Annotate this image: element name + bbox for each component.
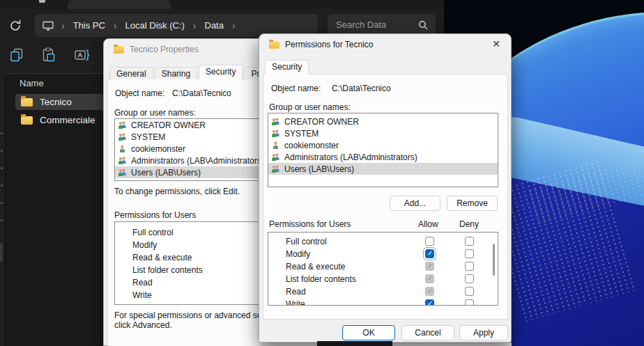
deny-checkbox-read[interactable] bbox=[465, 287, 474, 296]
permissions-label: Permissions for Users bbox=[269, 219, 351, 229]
group-icon bbox=[271, 118, 280, 125]
group-name: Users (LAB\Users) bbox=[131, 168, 201, 178]
folder-icon bbox=[21, 98, 33, 107]
tab-sharing[interactable]: Sharing bbox=[155, 67, 197, 79]
permission-name: Read & execute bbox=[132, 253, 192, 262]
list-item[interactable]: CREATOR OWNER bbox=[268, 116, 498, 127]
permission-row: Modify bbox=[268, 248, 498, 260]
folder-icon bbox=[114, 46, 124, 54]
list-item[interactable]: cookiemonster bbox=[268, 139, 498, 151]
permission-name: Full control bbox=[286, 237, 327, 246]
permission-row: Full control bbox=[268, 235, 498, 248]
deny-checkbox-write[interactable] bbox=[465, 299, 474, 306]
add-button[interactable]: Add... bbox=[390, 196, 440, 211]
tree-bullet bbox=[1, 150, 3, 152]
tree-bullet bbox=[1, 219, 3, 221]
permission-name: List folder contents bbox=[132, 265, 203, 275]
column-header-name[interactable]: Name bbox=[20, 78, 44, 88]
allow-checkbox-read-execute[interactable] bbox=[425, 262, 434, 271]
list-item[interactable]: Administrators (LAB\Administrators) bbox=[268, 151, 498, 163]
scrollbar-thumb[interactable] bbox=[0, 243, 3, 262]
breadcrumb-this-pc[interactable]: This PC bbox=[70, 20, 108, 31]
group-name: cookiemonster bbox=[284, 141, 339, 150]
close-icon[interactable]: ✕ bbox=[492, 38, 500, 49]
tree-bullet bbox=[1, 202, 3, 204]
group-name: CREATOR OWNER bbox=[284, 117, 359, 127]
list-item-selected[interactable]: Users (LAB\Users) bbox=[268, 163, 498, 175]
object-name-label: Object name: bbox=[115, 88, 164, 98]
list-item[interactable]: SYSTEM bbox=[268, 127, 498, 139]
edit-note: To change permissions, click Edit. bbox=[114, 187, 240, 196]
object-name-value: C:\Data\Tecnico bbox=[172, 88, 231, 98]
chevron-icon: › bbox=[108, 20, 123, 31]
dialog-title: Tecnico Properties bbox=[130, 45, 199, 54]
folder-icon bbox=[269, 41, 279, 49]
explorer-tab-icon bbox=[39, 0, 45, 3]
group-names-label: Group or user names: bbox=[269, 102, 351, 112]
group-names-label: Group or user names: bbox=[114, 108, 196, 118]
taskbar-fragment[interactable] bbox=[317, 341, 392, 346]
allow-checkbox-modify[interactable] bbox=[425, 249, 434, 258]
object-name-value: C:\Data\Tecnico bbox=[332, 84, 391, 93]
chevron-icon: › bbox=[227, 20, 241, 31]
permission-name: Full control bbox=[132, 228, 174, 237]
tab-security[interactable]: Security bbox=[199, 65, 243, 79]
permissions-checklist: Full control Modify Read & execute List … bbox=[268, 232, 498, 306]
explorer-tab[interactable] bbox=[68, 0, 171, 9]
permissions-label: Permissions for Users bbox=[114, 210, 196, 220]
permission-name: Read & execute bbox=[286, 262, 345, 272]
permission-name: Write bbox=[132, 290, 152, 300]
permission-name: Modify bbox=[132, 240, 157, 250]
group-icon bbox=[118, 168, 127, 176]
allow-checkbox-write[interactable] bbox=[425, 299, 434, 306]
permission-row-partial: Write bbox=[268, 298, 498, 306]
allow-checkbox-list-folder[interactable] bbox=[425, 274, 434, 283]
file-name: Tecnico bbox=[40, 97, 72, 107]
user-icon bbox=[118, 145, 127, 152]
permission-row: List folder contents bbox=[268, 273, 498, 285]
group-icon bbox=[118, 133, 127, 141]
scrollbar-thumb[interactable] bbox=[493, 244, 495, 276]
advanced-note-line2: click Advanced. bbox=[114, 320, 172, 330]
apply-button[interactable]: Apply bbox=[459, 325, 508, 340]
group-icon bbox=[271, 153, 280, 161]
ok-button[interactable]: OK bbox=[342, 325, 395, 340]
cancel-button[interactable]: Cancel bbox=[401, 325, 454, 340]
file-name: Commerciale bbox=[40, 115, 95, 125]
deny-checkbox-full-control[interactable] bbox=[465, 237, 474, 246]
allow-column-label: Allow bbox=[418, 219, 438, 229]
allow-checkbox-full-control[interactable] bbox=[425, 237, 434, 246]
permission-name: Read bbox=[286, 287, 306, 297]
rename-button[interactable] bbox=[74, 47, 92, 65]
allow-checkbox-read[interactable] bbox=[425, 287, 434, 296]
permission-row: Read & execute bbox=[268, 260, 498, 273]
group-icon bbox=[271, 129, 280, 137]
group-icon bbox=[271, 165, 280, 173]
deny-checkbox-list-folder[interactable] bbox=[465, 274, 474, 283]
deny-column-label: Deny bbox=[459, 219, 479, 229]
group-name: SYSTEM bbox=[284, 129, 319, 139]
refresh-button[interactable] bbox=[8, 18, 23, 33]
group-name: cookiemonster bbox=[131, 144, 185, 154]
pane-divider bbox=[5, 75, 6, 346]
deny-checkbox-modify[interactable] bbox=[465, 249, 474, 258]
tab-general[interactable]: General bbox=[109, 67, 153, 79]
permissions-dialog-titlebar[interactable]: Permissions for Tecnico bbox=[259, 34, 511, 55]
explorer-tab-strip bbox=[0, 0, 444, 9]
tab-security[interactable]: Security bbox=[265, 60, 309, 74]
breadcrumb-local-disk[interactable]: Local Disk (C:) bbox=[123, 20, 187, 31]
group-name: SYSTEM bbox=[131, 132, 165, 142]
tree-bullet bbox=[1, 167, 3, 169]
permission-name: List folder contents bbox=[286, 274, 356, 284]
paste-button[interactable] bbox=[40, 47, 59, 65]
remove-button[interactable]: Remove bbox=[447, 196, 498, 211]
search-placeholder: Search Data bbox=[336, 19, 386, 30]
breadcrumb-data[interactable]: Data bbox=[202, 20, 227, 31]
chevron-icon: › bbox=[187, 20, 202, 31]
deny-checkbox-read-execute[interactable] bbox=[465, 262, 474, 271]
copy-button[interactable] bbox=[8, 47, 26, 65]
this-pc-icon bbox=[42, 20, 54, 31]
object-name-label: Object name: bbox=[271, 84, 321, 93]
group-names-list: CREATOR OWNER SYSTEM cookiemonster Admin… bbox=[268, 113, 498, 187]
permission-name: Read bbox=[132, 278, 153, 288]
